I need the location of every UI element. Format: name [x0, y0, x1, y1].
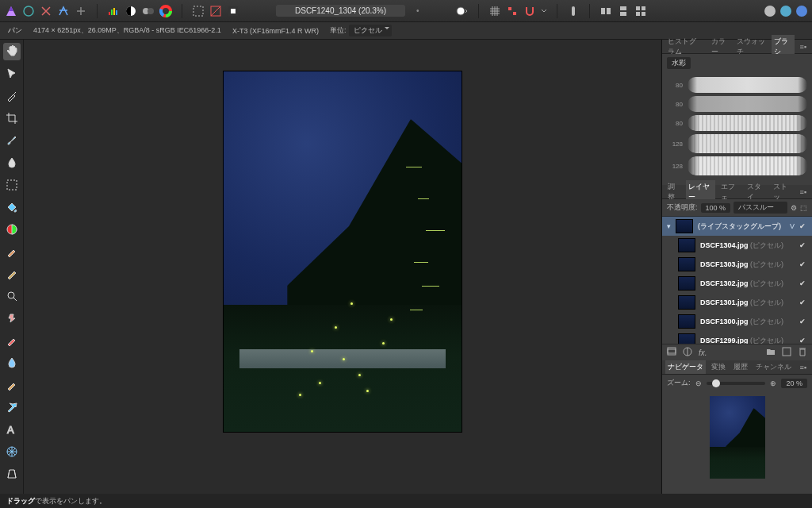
brush-panel: 水彩 80 80 80 128 128: [662, 54, 812, 185]
layer-panel-tabs: 調整 レイヤー エフェ スタイ ストッ ≡▪: [662, 185, 812, 199]
arrange-grid-icon[interactable]: [634, 5, 647, 17]
layer-item[interactable]: DSCF1302.jpg (ピクセル)✔: [662, 274, 812, 293]
persona-photo-icon[interactable]: [22, 5, 35, 17]
zoom-label: ズーム:: [667, 378, 691, 388]
tab-history[interactable]: 履歴: [731, 360, 750, 374]
smudge-tool[interactable]: [3, 154, 21, 171]
crop-tool[interactable]: [3, 110, 21, 127]
refine-icon[interactable]: [227, 5, 239, 17]
mesh-warp-tool[interactable]: [3, 443, 21, 460]
move-tool[interactable]: [3, 65, 21, 83]
clone-tool[interactable]: [3, 265, 21, 283]
brush-item[interactable]: 80: [667, 115, 807, 131]
zoom-tool[interactable]: [3, 287, 21, 305]
layer-group-icon[interactable]: [766, 347, 776, 358]
arrange-v-icon[interactable]: [617, 5, 630, 17]
lock-icon[interactable]: ⬚: [800, 204, 807, 212]
paint-mixer-tool[interactable]: [3, 332, 21, 349]
panel-menu-icon[interactable]: ≡▪: [798, 362, 809, 373]
snap-icon[interactable]: [506, 5, 519, 17]
svg-rect-35: [783, 348, 791, 356]
layer-item[interactable]: DSCF1299.jpg (ピクセル)✔: [662, 331, 812, 344]
panel-menu-icon[interactable]: ≡▪: [798, 41, 809, 52]
svg-rect-22: [636, 6, 640, 10]
svg-line-29: [13, 298, 17, 301]
brush-category-select[interactable]: 水彩: [667, 57, 691, 69]
text-tool[interactable]: A: [3, 421, 21, 438]
sync-icon[interactable]: [780, 6, 791, 17]
layer-adjust-icon[interactable]: [683, 347, 692, 358]
brush-tool[interactable]: [3, 132, 21, 149]
layer-item[interactable]: DSCF1304.jpg (ピクセル)✔: [662, 236, 812, 255]
blend-mode-select[interactable]: パススルー: [733, 202, 787, 214]
marquee-tool[interactable]: [3, 176, 21, 194]
brush-item[interactable]: 128: [667, 156, 807, 175]
unit-select[interactable]: ピクセル: [349, 25, 392, 37]
modified-indicator: •: [416, 6, 419, 15]
brush-item[interactable]: 80: [667, 96, 807, 112]
flood-fill-tool[interactable]: [3, 198, 21, 216]
color-picker-tool[interactable]: [3, 87, 21, 105]
healing-tool[interactable]: [3, 310, 21, 327]
levels-icon[interactable]: [107, 5, 120, 17]
contrast-icon[interactable]: [124, 5, 137, 17]
persona-liquify-icon[interactable]: [40, 5, 52, 17]
tab-channels[interactable]: チャンネル: [753, 360, 794, 374]
layer-fx-icon[interactable]: fx.: [699, 348, 707, 357]
help-icon[interactable]: [796, 6, 807, 17]
zoom-out-icon[interactable]: ⊖: [695, 379, 702, 387]
dodge-tool[interactable]: [3, 243, 21, 260]
svg-text:A: A: [7, 424, 14, 436]
navigator-view[interactable]: [662, 391, 812, 494]
magnet-icon[interactable]: [523, 5, 536, 17]
svg-point-7: [147, 8, 154, 14]
tab-navigator[interactable]: ナビゲータ: [665, 360, 706, 374]
gear-icon[interactable]: ⚙: [791, 204, 797, 212]
color-wheel-icon[interactable]: [159, 5, 172, 17]
svg-rect-25: [642, 12, 645, 16]
selection-icon[interactable]: [192, 5, 205, 17]
layer-item[interactable]: DSCF1301.jpg (ピクセル)✔: [662, 293, 812, 312]
tab-transform[interactable]: 変換: [709, 360, 728, 374]
unit-label: 単位:: [330, 25, 347, 36]
swatch-dropdown-icon[interactable]: [456, 5, 469, 17]
layer-delete-icon[interactable]: [798, 347, 807, 358]
panel-menu-icon[interactable]: ≡▪: [798, 187, 809, 198]
layer-item[interactable]: DSCF1300.jpg (ピクセル)✔: [662, 312, 812, 331]
brush-item[interactable]: 128: [667, 134, 807, 153]
svg-rect-23: [642, 6, 645, 10]
blur-tool[interactable]: [3, 354, 21, 371]
perspective-tool[interactable]: [3, 465, 21, 483]
grid-icon[interactable]: [488, 5, 501, 17]
zoom-in-icon[interactable]: ⊕: [770, 379, 776, 387]
doc-dimensions: 4174 × 6251px、26.09MP、RGBA/8 - sRGB IEC6…: [33, 25, 221, 36]
canvas-area[interactable]: [24, 40, 661, 494]
brush-panel-tabs: ヒストグラム カラー スウォッチ ブラシ ≡▪: [662, 40, 812, 54]
brush-item[interactable]: 80: [667, 77, 807, 93]
zoom-slider[interactable]: [707, 382, 766, 385]
layer-masks-icon[interactable]: [667, 347, 676, 358]
arrange-h-icon[interactable]: [599, 5, 612, 17]
assistant-icon[interactable]: [567, 5, 580, 17]
reorder-icon[interactable]: [142, 5, 155, 17]
persona-develop-icon[interactable]: [57, 5, 70, 17]
pan-tool[interactable]: [3, 43, 21, 60]
svg-rect-26: [7, 180, 17, 190]
layer-group[interactable]: ▾(ライブスタックグループ)V✔: [662, 217, 812, 236]
zoom-value[interactable]: 20 %: [781, 379, 807, 388]
sponge-tool[interactable]: [3, 376, 21, 394]
account-icon[interactable]: [764, 6, 776, 17]
quickmask-icon[interactable]: [209, 5, 222, 17]
chevron-down-icon[interactable]: [541, 5, 547, 17]
inpaint-tool[interactable]: [3, 398, 21, 416]
layer-footer: fx.: [662, 344, 812, 360]
tool-name: パン: [8, 25, 22, 36]
status-bar: ドラッグで表示をパンします。: [0, 494, 812, 508]
svg-rect-20: [620, 6, 626, 10]
opacity-value[interactable]: 100 %: [701, 203, 731, 213]
svg-rect-24: [636, 12, 640, 16]
layer-item[interactable]: DSCF1303.jpg (ピクセル)✔: [662, 255, 812, 274]
layer-add-icon[interactable]: [782, 347, 791, 358]
gradient-tool[interactable]: [3, 221, 21, 238]
persona-tone-icon[interactable]: [75, 5, 87, 17]
